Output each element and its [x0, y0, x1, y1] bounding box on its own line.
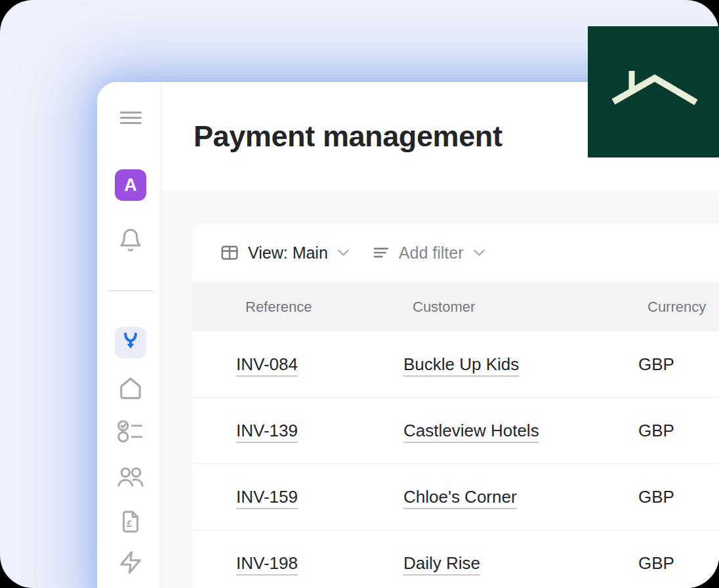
- currency-value: GBP: [638, 354, 674, 374]
- bell-icon: [118, 228, 143, 255]
- content-area: View: Main: [161, 190, 719, 588]
- table-panel: View: Main: [192, 223, 719, 588]
- home-icon: [117, 375, 144, 404]
- table-header-row: Reference Customer Currency: [192, 282, 719, 331]
- reference-link[interactable]: INV-139: [236, 421, 298, 440]
- avatar[interactable]: A: [115, 169, 146, 201]
- table-row[interactable]: INV-198 Daily Rise GBP: [192, 530, 719, 588]
- table-row[interactable]: INV-084 Buckle Up Kids GBP: [192, 331, 719, 397]
- reference-link[interactable]: INV-084: [236, 354, 298, 374]
- table-row[interactable]: INV-139 Castleview Hotels GBP: [192, 397, 719, 463]
- add-filter-button[interactable]: Add filter: [372, 243, 485, 262]
- table-view-icon: [220, 243, 239, 262]
- page-title: Payment management: [194, 119, 502, 154]
- lightning-icon: [118, 549, 143, 578]
- sidebar-item-actions[interactable]: [118, 549, 143, 578]
- add-filter-label: Add filter: [399, 243, 464, 262]
- sidebar-item-invoices[interactable]: £: [119, 509, 142, 537]
- users-icon: [115, 465, 146, 492]
- reference-link[interactable]: INV-198: [236, 553, 298, 573]
- chevron-down-icon: [337, 249, 350, 257]
- customer-link[interactable]: Castleview Hotels: [403, 421, 539, 440]
- column-header-customer: Customer: [360, 299, 594, 316]
- sidebar-item-home[interactable]: [117, 375, 144, 404]
- table-body: INV-084 Buckle Up Kids GBP INV-139 Castl…: [192, 331, 719, 588]
- sidebar-item-tasks[interactable]: [117, 419, 144, 446]
- column-header-currency: Currency: [594, 299, 719, 316]
- task-list-icon: [117, 419, 144, 446]
- svg-text:£: £: [127, 518, 133, 529]
- roof-chimney-logo-icon: [588, 25, 719, 159]
- sidebar: A: [97, 82, 161, 588]
- avatar-label: A: [124, 175, 137, 196]
- invoice-pound-icon: £: [119, 509, 142, 537]
- sidebar-item-payments-active[interactable]: [115, 327, 146, 358]
- table-toolbar: View: Main: [192, 223, 719, 282]
- page-background: A: [0, 0, 719, 588]
- filter-lines-icon: [372, 243, 390, 262]
- column-header-reference: Reference: [192, 299, 360, 316]
- customer-link[interactable]: Buckle Up Kids: [403, 354, 519, 374]
- view-selector[interactable]: View: Main: [220, 243, 350, 262]
- currency-value: GBP: [638, 421, 674, 440]
- customer-link[interactable]: Daily Rise: [403, 553, 480, 573]
- table-row[interactable]: INV-159 Chloe's Corner GBP: [192, 463, 719, 530]
- reference-link[interactable]: INV-159: [236, 487, 298, 507]
- currency-value: GBP: [638, 487, 674, 507]
- sidebar-divider: [108, 290, 154, 291]
- chevron-down-icon: [473, 249, 485, 257]
- brand-logo: [588, 26, 719, 158]
- hamburger-menu-icon[interactable]: [119, 112, 142, 124]
- view-selector-label: View: Main: [248, 243, 328, 262]
- customer-link[interactable]: Chloe's Corner: [403, 487, 517, 507]
- merge-icon: [119, 330, 142, 355]
- currency-value: GBP: [638, 553, 674, 573]
- sidebar-item-notifications[interactable]: [118, 228, 143, 255]
- sidebar-item-customers[interactable]: [115, 465, 146, 492]
